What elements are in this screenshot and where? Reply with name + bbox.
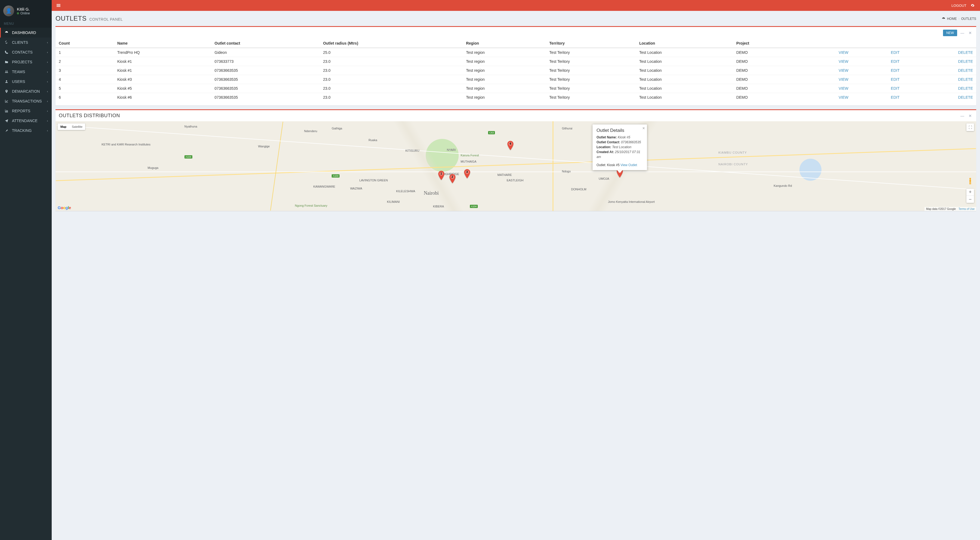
map[interactable]: Nyathuna Gathiga Ndenderu Ruaka Wangige …: [56, 121, 976, 211]
logout-link[interactable]: LOGOUT: [949, 3, 969, 8]
table-cell: 2: [56, 57, 115, 66]
avatar[interactable]: 👤: [3, 5, 14, 16]
delete-link[interactable]: DELETE: [958, 86, 973, 91]
delete-link[interactable]: DELETE: [958, 95, 973, 100]
table-row: 3Kiosk #10736366353523.0Test regionTest …: [56, 66, 976, 75]
zoom-out-button[interactable]: −: [966, 196, 974, 203]
close-icon[interactable]: ✕: [967, 114, 973, 118]
edit-link[interactable]: EDIT: [891, 77, 899, 82]
view-link[interactable]: VIEW: [838, 95, 848, 100]
delete-link[interactable]: DELETE: [958, 77, 973, 82]
edit-link[interactable]: EDIT: [891, 95, 899, 100]
page-subtitle: CONTROL PANEL: [89, 17, 123, 21]
sidebar-item-teams[interactable]: TEAMS‹: [0, 67, 52, 77]
terms-link[interactable]: Terms of Use: [959, 208, 975, 210]
map-marker[interactable]: 3: [464, 169, 470, 179]
zoom-in-button[interactable]: +: [966, 189, 974, 196]
sidebar-item-users[interactable]: USERS‹: [0, 77, 52, 86]
map-label: KETRI and KARI Research Institutes: [102, 143, 129, 146]
view-link[interactable]: VIEW: [838, 86, 848, 91]
delete-link[interactable]: DELETE: [958, 68, 973, 73]
table-cell: Test Teritory: [547, 93, 637, 102]
sidebar-item-label: DEMARCATION: [12, 89, 40, 94]
map-marker[interactable]: 4: [508, 141, 514, 151]
map-label: NAIROBI COUNTY: [718, 163, 748, 166]
dollar-icon: [4, 40, 9, 44]
edit-link[interactable]: EDIT: [891, 86, 899, 91]
close-icon[interactable]: ✕: [967, 31, 973, 35]
table-header: Territory: [547, 39, 637, 48]
table-cell: Test Teritory: [547, 57, 637, 66]
sidebar-item-contacts[interactable]: CONTACTS‹: [0, 47, 52, 57]
collapse-icon[interactable]: —: [959, 31, 965, 35]
sidebar-item-projects[interactable]: PROJECTS‹: [0, 57, 52, 67]
table-cell: Test region: [464, 93, 547, 102]
users-icon: [4, 70, 9, 74]
table-cell: 1: [56, 48, 115, 57]
sidebar-item-reports[interactable]: REPORTS‹: [0, 106, 52, 116]
map-label: NYARI: [447, 148, 456, 151]
map-marker[interactable]: 2: [449, 174, 455, 184]
view-link[interactable]: VIEW: [838, 59, 848, 64]
new-button[interactable]: NEW: [943, 30, 957, 36]
sidebar-item-demarcation[interactable]: DEMARCATION‹: [0, 86, 52, 96]
road-shield: A104: [470, 205, 478, 208]
svg-rect-6: [969, 179, 971, 182]
page-title: OUTLETS: [56, 15, 86, 22]
edit-link[interactable]: EDIT: [891, 68, 899, 73]
chevron-left-icon: ‹: [47, 100, 48, 103]
sidebar-item-label: TRACKING: [12, 128, 32, 133]
table-cell: DEMO: [734, 66, 797, 75]
sidebar-item-tracking[interactable]: TRACKING‹: [0, 125, 52, 135]
map-type-map[interactable]: Map: [58, 124, 69, 130]
close-icon[interactable]: ×: [642, 126, 645, 130]
chevron-left-icon: ‹: [47, 119, 48, 122]
sidebar-menu: DASHBOARDCLIENTS‹CONTACTS‹PROJECTS‹TEAMS…: [0, 28, 52, 135]
menu-toggle-button[interactable]: [56, 2, 62, 8]
view-link[interactable]: VIEW: [838, 50, 848, 55]
table-cell: Test Location: [637, 93, 734, 102]
outlets-box: NEW — ✕ CountNameOutlet contactOutlet ra…: [56, 26, 976, 105]
settings-icon[interactable]: [969, 3, 976, 8]
city-label: Nairobi: [424, 191, 439, 196]
table-cell: DEMO: [734, 93, 797, 102]
map-label: Ndogo: [562, 170, 571, 173]
table-cell: Test Location: [637, 66, 734, 75]
pushpin-icon: [4, 128, 9, 133]
map-marker[interactable]: 1: [438, 171, 444, 181]
status-dot: [17, 12, 19, 14]
table-cell: Test Location: [637, 84, 734, 93]
map-label: Muguga: [148, 166, 158, 169]
map-label: MATHARE: [497, 173, 512, 176]
sidebar-item-label: REPORTS: [12, 109, 30, 113]
menu-header: MENU: [0, 19, 52, 28]
view-link[interactable]: VIEW: [838, 77, 848, 82]
table-cell: Gideon: [213, 48, 321, 57]
zoom-controls: + −: [966, 189, 974, 203]
table-cell: 6: [56, 93, 115, 102]
sidebar-item-label: PROJECTS: [12, 60, 32, 64]
table-cell: 5: [56, 84, 115, 93]
pegman-icon[interactable]: [967, 177, 974, 185]
view-link[interactable]: VIEW: [838, 68, 848, 73]
table-cell: 23.0: [321, 57, 464, 66]
view-outlet-link[interactable]: View Outlet: [620, 163, 637, 167]
outlets-table: CountNameOutlet contactOutlet radius (Mt…: [56, 39, 976, 102]
sidebar-item-dashboard[interactable]: DASHBOARD: [0, 28, 52, 38]
fullscreen-icon[interactable]: ⛶: [966, 124, 974, 131]
svg-rect-7: [969, 182, 970, 184]
folder-icon: [4, 60, 9, 64]
breadcrumb-home[interactable]: HOME: [947, 17, 957, 21]
edit-link[interactable]: EDIT: [891, 50, 899, 55]
table-cell: 23.0: [321, 84, 464, 93]
phone-icon: [4, 50, 9, 54]
sidebar-item-transactions[interactable]: TRANSACTIONS‹: [0, 96, 52, 106]
collapse-icon[interactable]: —: [959, 114, 965, 118]
sidebar-item-clients[interactable]: CLIENTS‹: [0, 38, 52, 47]
map-type-satellite[interactable]: Satellite: [69, 124, 85, 130]
delete-link[interactable]: DELETE: [958, 50, 973, 55]
delete-link[interactable]: DELETE: [958, 59, 973, 64]
edit-link[interactable]: EDIT: [891, 59, 899, 64]
table-cell: TrendPro HQ: [115, 48, 213, 57]
sidebar-item-attendance[interactable]: ATTENDANCE‹: [0, 116, 52, 125]
